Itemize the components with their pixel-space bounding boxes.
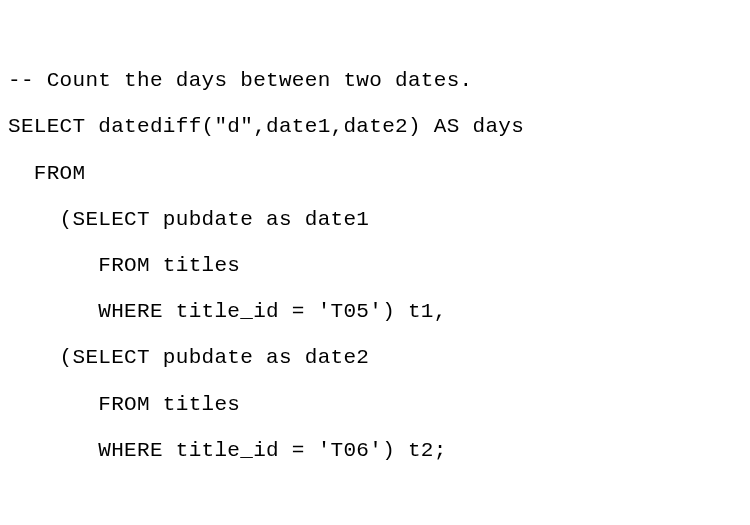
- code-line-comment: -- Count the days between two dates.: [8, 58, 742, 104]
- code-line-from: FROM: [8, 151, 742, 197]
- code-line-subquery2-select: (SELECT pubdate as date2: [8, 335, 742, 381]
- code-line-subquery2-from: FROM titles: [8, 382, 742, 428]
- code-line-select: SELECT datediff("d",date1,date2) AS days: [8, 104, 742, 150]
- code-line-subquery1-select: (SELECT pubdate as date1: [8, 197, 742, 243]
- sql-code-block: -- Count the days between two dates.SELE…: [8, 12, 742, 520]
- code-line-subquery2-where: WHERE title_id = 'T06') t2;: [8, 428, 742, 474]
- code-line-subquery1-from: FROM titles: [8, 243, 742, 289]
- code-line-subquery1-where: WHERE title_id = 'T05') t1,: [8, 289, 742, 335]
